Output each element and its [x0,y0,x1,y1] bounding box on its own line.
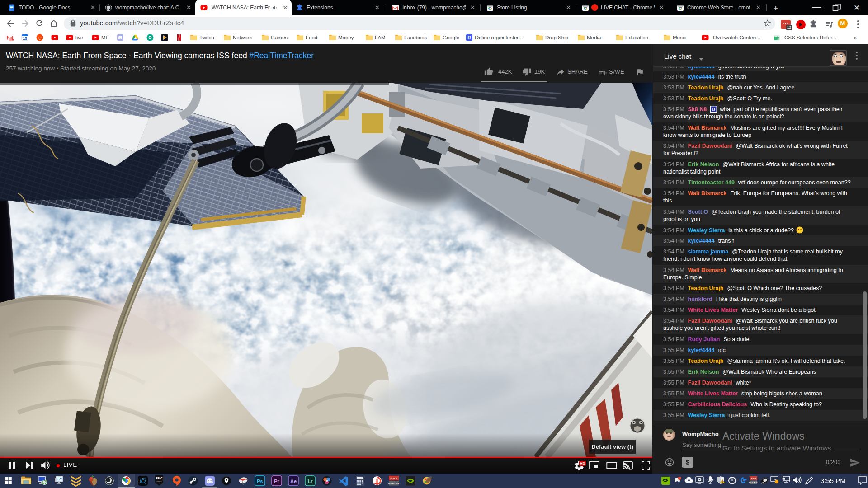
svg-text:!: ! [722,480,723,483]
svg-text:100+: 100+ [9,39,14,41]
svg-text:Pr: Pr [274,479,279,484]
svg-text:VOICE: VOICE [750,477,757,480]
svg-text:3:55 PM: 3:55 PM [821,477,846,484]
svg-text:Lr: Lr [308,479,313,484]
svg-text:GAMES: GAMES [156,481,162,483]
svg-text:3: 3 [777,37,779,40]
svg-text:R: R [467,35,471,40]
svg-text:MEETER: MEETER [749,481,758,484]
svg-text:Ps: Ps [257,479,263,484]
svg-text:EPIC: EPIC [156,477,162,480]
svg-text:VOICE: VOICE [390,477,398,480]
svg-text:D: D [712,107,715,112]
svg-text:MEETER: MEETER [388,482,400,485]
svg-text:15: 15 [23,36,27,41]
svg-text:Ae: Ae [290,479,297,484]
